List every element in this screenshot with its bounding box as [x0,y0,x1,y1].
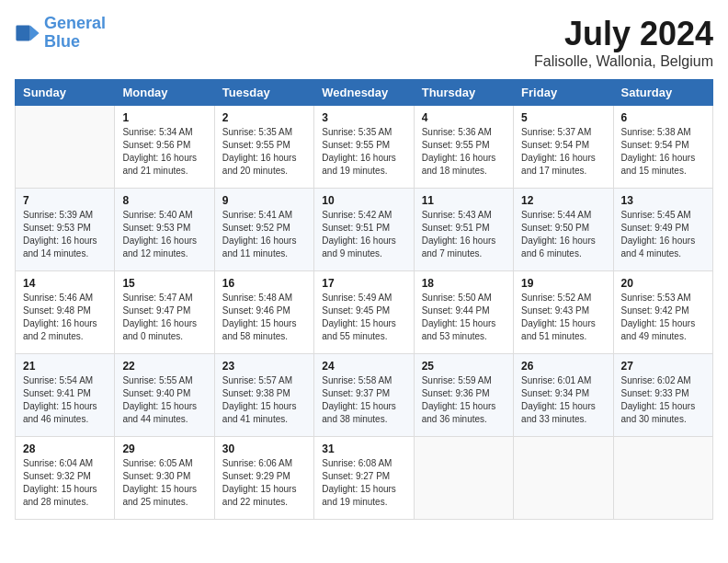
table-row: 7 Sunrise: 5:39 AMSunset: 9:53 PMDayligh… [16,189,713,271]
day-number: 28 [23,442,107,455]
col-friday: Friday [514,80,613,106]
logo: General Blue [15,15,106,52]
day-number: 21 [23,360,107,373]
day-number: 25 [422,360,506,373]
table-cell: 7 Sunrise: 5:39 AMSunset: 9:53 PMDayligh… [16,189,115,271]
day-number: 8 [122,194,206,207]
table-row: 21 Sunrise: 5:54 AMSunset: 9:41 PMDaylig… [16,354,713,437]
day-info: Sunrise: 5:52 AMSunset: 9:43 PMDaylight:… [521,292,605,343]
day-number: 20 [621,277,705,290]
location: Falisolle, Wallonia, Belgium [534,53,713,70]
day-info: Sunrise: 6:04 AMSunset: 9:32 PMDaylight:… [23,457,107,509]
day-info: Sunrise: 5:43 AMSunset: 9:51 PMDaylight:… [422,209,506,260]
day-number: 14 [23,277,107,290]
day-number: 5 [521,111,605,124]
table-cell: 26 Sunrise: 6:01 AMSunset: 9:34 PMDaylig… [514,354,613,437]
title-block: July 2024 Falisolle, Wallonia, Belgium [534,15,713,70]
table-cell: 27 Sunrise: 6:02 AMSunset: 9:33 PMDaylig… [613,354,712,437]
table-row: 1 Sunrise: 5:34 AMSunset: 9:56 PMDayligh… [16,106,713,189]
day-number: 9 [222,194,306,207]
table-cell: 31 Sunrise: 6:08 AMSunset: 9:27 PMDaylig… [314,437,414,520]
table-row: 14 Sunrise: 5:46 AMSunset: 9:48 PMDaylig… [16,271,713,354]
day-number: 12 [521,194,605,207]
day-info: Sunrise: 6:08 AMSunset: 9:27 PMDaylight:… [322,457,405,509]
day-number: 19 [521,277,605,290]
day-info: Sunrise: 5:39 AMSunset: 9:53 PMDaylight:… [23,209,107,260]
col-wednesday: Wednesday [314,80,414,106]
col-thursday: Thursday [414,80,513,106]
day-info: Sunrise: 5:40 AMSunset: 9:53 PMDaylight:… [122,209,206,260]
table-cell: 6 Sunrise: 5:38 AMSunset: 9:54 PMDayligh… [613,106,712,189]
table-cell [613,437,712,520]
table-cell: 25 Sunrise: 5:59 AMSunset: 9:36 PMDaylig… [414,354,513,437]
table-cell: 24 Sunrise: 5:58 AMSunset: 9:37 PMDaylig… [314,354,414,437]
table-cell: 10 Sunrise: 5:42 AMSunset: 9:51 PMDaylig… [314,189,414,271]
day-number: 6 [621,111,705,124]
day-info: Sunrise: 5:48 AMSunset: 9:46 PMDaylight:… [222,292,306,343]
day-info: Sunrise: 5:59 AMSunset: 9:36 PMDaylight:… [422,374,506,426]
day-number: 11 [422,194,506,207]
month-year: July 2024 [534,15,713,53]
table-cell: 12 Sunrise: 5:44 AMSunset: 9:50 PMDaylig… [514,189,613,271]
day-info: Sunrise: 5:35 AMSunset: 9:55 PMDaylight:… [222,126,306,178]
day-number: 13 [621,194,705,207]
table-cell: 20 Sunrise: 5:53 AMSunset: 9:42 PMDaylig… [613,271,712,354]
table-cell: 3 Sunrise: 5:35 AMSunset: 9:55 PMDayligh… [314,106,414,189]
header-row: Sunday Monday Tuesday Wednesday Thursday… [16,80,713,106]
day-info: Sunrise: 5:45 AMSunset: 9:49 PMDaylight:… [621,209,705,260]
table-cell: 28 Sunrise: 6:04 AMSunset: 9:32 PMDaylig… [16,437,115,520]
day-info: Sunrise: 5:42 AMSunset: 9:51 PMDaylight:… [322,209,405,260]
table-cell: 21 Sunrise: 5:54 AMSunset: 9:41 PMDaylig… [16,354,115,437]
table-cell: 15 Sunrise: 5:47 AMSunset: 9:47 PMDaylig… [115,271,214,354]
table-cell: 17 Sunrise: 5:49 AMSunset: 9:45 PMDaylig… [314,271,414,354]
calendar-table: Sunday Monday Tuesday Wednesday Thursday… [15,79,713,520]
day-number: 18 [422,277,506,290]
day-number: 7 [23,194,107,207]
table-cell: 1 Sunrise: 5:34 AMSunset: 9:56 PMDayligh… [115,106,214,189]
day-info: Sunrise: 5:47 AMSunset: 9:47 PMDaylight:… [122,292,206,343]
day-info: Sunrise: 5:49 AMSunset: 9:45 PMDaylight:… [322,292,405,343]
day-number: 10 [322,194,405,207]
day-number: 26 [521,360,605,373]
day-number: 31 [322,442,405,455]
day-info: Sunrise: 6:01 AMSunset: 9:34 PMDaylight:… [521,374,605,426]
table-cell [414,437,513,520]
day-number: 4 [422,111,506,124]
table-cell: 16 Sunrise: 5:48 AMSunset: 9:46 PMDaylig… [214,271,313,354]
day-number: 23 [222,360,306,373]
day-info: Sunrise: 5:46 AMSunset: 9:48 PMDaylight:… [23,292,107,343]
day-info: Sunrise: 6:06 AMSunset: 9:29 PMDaylight:… [222,457,306,509]
table-cell: 4 Sunrise: 5:36 AMSunset: 9:55 PMDayligh… [414,106,513,189]
table-row: 28 Sunrise: 6:04 AMSunset: 9:32 PMDaylig… [16,437,713,520]
table-cell: 11 Sunrise: 5:43 AMSunset: 9:51 PMDaylig… [414,189,513,271]
table-cell: 14 Sunrise: 5:46 AMSunset: 9:48 PMDaylig… [16,271,115,354]
day-info: Sunrise: 6:02 AMSunset: 9:33 PMDaylight:… [621,374,705,426]
col-tuesday: Tuesday [214,80,313,106]
day-number: 16 [222,277,306,290]
day-info: Sunrise: 5:58 AMSunset: 9:37 PMDaylight:… [322,374,405,426]
day-number: 3 [322,111,405,124]
table-cell: 8 Sunrise: 5:40 AMSunset: 9:53 PMDayligh… [115,189,214,271]
col-monday: Monday [115,80,214,106]
day-info: Sunrise: 5:35 AMSunset: 9:55 PMDaylight:… [322,126,405,178]
day-info: Sunrise: 5:55 AMSunset: 9:40 PMDaylight:… [122,374,206,426]
table-cell [514,437,613,520]
day-info: Sunrise: 5:50 AMSunset: 9:44 PMDaylight:… [422,292,506,343]
svg-rect-0 [16,25,29,40]
table-cell: 23 Sunrise: 5:57 AMSunset: 9:38 PMDaylig… [214,354,313,437]
table-cell: 29 Sunrise: 6:05 AMSunset: 9:30 PMDaylig… [115,437,214,520]
day-info: Sunrise: 5:36 AMSunset: 9:55 PMDaylight:… [422,126,506,178]
table-cell: 5 Sunrise: 5:37 AMSunset: 9:54 PMDayligh… [514,106,613,189]
page-header: General Blue July 2024 Falisolle, Wallon… [15,15,713,70]
table-cell [16,106,115,189]
day-number: 30 [222,442,306,455]
day-number: 22 [122,360,206,373]
svg-marker-1 [30,25,40,40]
table-cell: 19 Sunrise: 5:52 AMSunset: 9:43 PMDaylig… [514,271,613,354]
day-number: 15 [122,277,206,290]
day-info: Sunrise: 6:05 AMSunset: 9:30 PMDaylight:… [122,457,206,509]
logo-icon [15,20,40,46]
day-number: 1 [122,111,206,124]
day-info: Sunrise: 5:44 AMSunset: 9:50 PMDaylight:… [521,209,605,260]
table-cell: 13 Sunrise: 5:45 AMSunset: 9:49 PMDaylig… [613,189,712,271]
